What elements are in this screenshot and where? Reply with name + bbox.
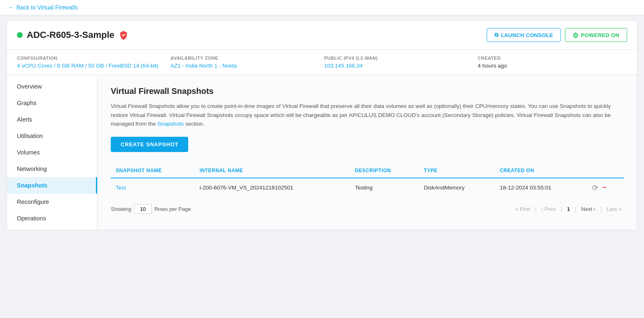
- prev-page-button[interactable]: ‹ Prev: [539, 205, 558, 213]
- meta-config: CONFIGURATION 4 vCPU Cores / 8 GB RAM / …: [17, 56, 166, 69]
- col-description: DESCRIPTION: [350, 164, 419, 178]
- pagination-right: « First | ‹ Prev | 1 | Next › | Last »: [513, 205, 624, 213]
- snapshot-table: SNAPSHOT NAME INTERNAL NAME DESCRIPTION …: [111, 164, 624, 198]
- back-arrow-icon: ←: [8, 4, 14, 11]
- sidebar-item-snapshots[interactable]: Snapshots: [7, 177, 97, 194]
- row-actions: ⟳ −: [592, 183, 619, 192]
- next-page-button[interactable]: Next ›: [579, 205, 598, 213]
- launch-label: LAUNCH CONSOLE: [501, 32, 553, 38]
- az-label: AVAILABILITY ZONE: [170, 56, 320, 61]
- restore-icon[interactable]: ⟳: [592, 183, 598, 192]
- section-title: Virtual Firewall Snapshots: [111, 87, 624, 96]
- snapshot-name-link[interactable]: Test: [116, 185, 126, 191]
- instance-header: ADC-R605-3-Sample ⧉ LAUNCH CONSOLE ⏻ POW…: [7, 21, 637, 50]
- cell-snapshot-name: Test: [111, 178, 195, 198]
- snapshot-tbody: Test i-200-6076-VM_VS_20241218102501 Tes…: [111, 178, 624, 198]
- cell-internal-name: i-200-6076-VM_VS_20241218102501: [195, 178, 350, 198]
- sidebar-item-operations[interactable]: Operations: [7, 210, 97, 227]
- rows-label: Rows per Page: [154, 206, 191, 212]
- created-value: 4 hours ago: [478, 63, 507, 69]
- rows-per-page-input[interactable]: [134, 204, 152, 214]
- sidebar: Overview Graphs Alerts Utilisation Volum…: [7, 75, 98, 230]
- section-description: Virtual Firewall Snapshots allow you to …: [111, 102, 624, 129]
- cell-type: DiskAndMemory: [419, 178, 495, 198]
- sidebar-item-alerts[interactable]: Alerts: [7, 111, 97, 128]
- power-icon: ⏻: [573, 32, 578, 38]
- content-area: Overview Graphs Alerts Utilisation Volum…: [7, 75, 637, 230]
- showing-label: Showing: [111, 206, 131, 212]
- first-page-button[interactable]: « First: [513, 205, 532, 213]
- shield-icon: [119, 30, 128, 40]
- cell-created-on: 18-12-2024 03:55:01: [495, 178, 587, 198]
- sidebar-item-utilisation[interactable]: Utilisation: [7, 128, 97, 144]
- instance-name: ADC-R605-3-Sample: [27, 30, 114, 40]
- main-card: ADC-R605-3-Sample ⧉ LAUNCH CONSOLE ⏻ POW…: [7, 20, 637, 230]
- snapshots-link[interactable]: Snapshots: [157, 121, 184, 127]
- sidebar-item-volumes[interactable]: Volumes: [7, 144, 97, 161]
- launch-icon: ⧉: [495, 32, 498, 38]
- col-type: TYPE: [419, 164, 495, 178]
- current-page[interactable]: 1: [565, 205, 572, 213]
- config-value: 4 vCPU Cores / 8 GB RAM / 50 GB / FreeBS…: [17, 63, 159, 69]
- ip-label: PUBLIC IPV4 (L2-WAN): [324, 56, 474, 61]
- config-label: CONFIGURATION: [17, 56, 166, 61]
- created-label: CREATED: [478, 56, 627, 61]
- pagination-left: Showing Rows per Page: [111, 204, 191, 214]
- sidebar-item-networking[interactable]: Networking: [7, 161, 97, 177]
- instance-meta: CONFIGURATION 4 vCPU Cores / 8 GB RAM / …: [7, 50, 637, 75]
- cell-description: Testing: [350, 178, 419, 198]
- sidebar-item-reconfigure[interactable]: Reconfigure: [7, 194, 97, 210]
- top-bar: ← Back to Virtual Firewalls: [0, 0, 644, 15]
- instance-title: ADC-R605-3-Sample: [17, 30, 128, 40]
- desc-end: section.: [185, 121, 205, 127]
- delete-icon[interactable]: −: [602, 183, 607, 192]
- col-actions: [587, 164, 624, 178]
- meta-ip: PUBLIC IPV4 (L2-WAN) 103.145.166.34: [324, 56, 474, 69]
- meta-created: CREATED 4 hours ago: [478, 56, 627, 69]
- meta-az: AVAILABILITY ZONE AZ1 - India North 1 - …: [170, 56, 320, 69]
- pagination: Showing Rows per Page « First | ‹ Prev |…: [111, 204, 624, 214]
- last-page-button[interactable]: Last »: [604, 205, 624, 213]
- col-internal-name: INTERNAL NAME: [195, 164, 350, 178]
- launch-console-button[interactable]: ⧉ LAUNCH CONSOLE: [487, 28, 561, 42]
- header-actions: ⧉ LAUNCH CONSOLE ⏻ POWERED ON: [487, 28, 627, 42]
- col-created-on: CREATED ON: [495, 164, 587, 178]
- create-snapshot-button[interactable]: CREATE SNAPSHOT: [111, 137, 188, 152]
- table-header: SNAPSHOT NAME INTERNAL NAME DESCRIPTION …: [111, 164, 624, 178]
- cell-actions: ⟳ −: [587, 178, 624, 198]
- sidebar-item-graphs[interactable]: Graphs: [7, 95, 97, 111]
- az-value: AZ1 - India North 1 - Noida: [170, 63, 237, 69]
- powered-on-button[interactable]: ⏻ POWERED ON: [565, 28, 627, 42]
- main-content: Virtual Firewall Snapshots Virtual Firew…: [98, 75, 637, 230]
- back-link-label: Back to Virtual Firewalls: [16, 4, 78, 11]
- powered-label: POWERED ON: [581, 32, 619, 38]
- ip-value: 103.145.166.34: [324, 63, 363, 69]
- table-row: Test i-200-6076-VM_VS_20241218102501 Tes…: [111, 178, 624, 198]
- col-snapshot-name: SNAPSHOT NAME: [111, 164, 195, 178]
- status-indicator: [17, 32, 23, 38]
- back-link[interactable]: ← Back to Virtual Firewalls: [8, 4, 78, 11]
- sidebar-item-overview[interactable]: Overview: [7, 78, 97, 95]
